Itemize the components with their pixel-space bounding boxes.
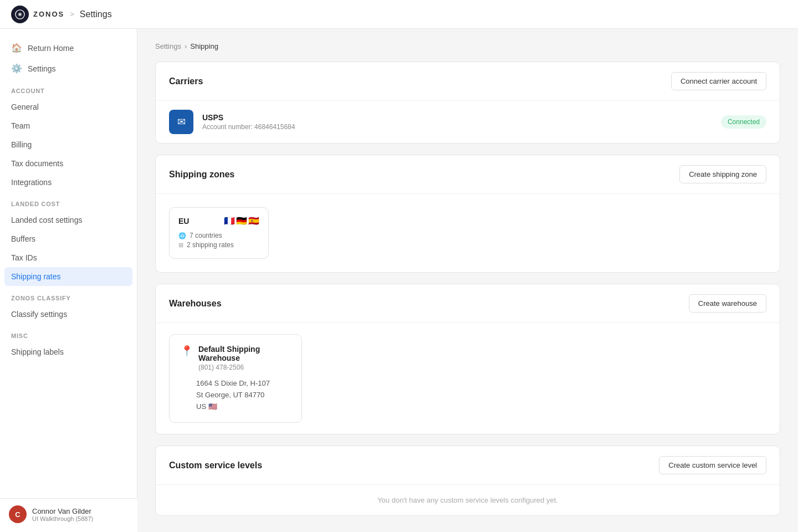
topbar-title: Settings xyxy=(80,9,112,19)
flag-2: 🇩🇪 xyxy=(236,216,247,226)
sidebar-label-integrations: Integrations xyxy=(11,178,52,187)
sidebar-item-billing[interactable]: Billing xyxy=(0,135,137,154)
carrier-name: USPS xyxy=(202,113,712,122)
shipping-zones-card: Shipping zones Create shipping zone EU 🇫… xyxy=(155,155,780,273)
shipping-zones-title: Shipping zones xyxy=(169,170,234,180)
sidebar-item-buffers[interactable]: Buffers xyxy=(0,229,137,248)
sidebar-user: C Connor Van Gilder UI Walkthrough (5887… xyxy=(0,498,137,532)
carriers-card-header: Carriers Connect carrier account xyxy=(156,62,780,101)
sidebar-item-integrations[interactable]: Integrations xyxy=(0,173,137,192)
warehouse-phone: (801) 478-2506 xyxy=(198,364,290,371)
shipping-zones-body: EU 🇫🇷 🇩🇪 🇪🇸 🌐 7 countries ⊞ 2 shi xyxy=(156,194,780,272)
carrier-account: Account number: 46846415684 xyxy=(202,123,712,131)
zone-eu-card[interactable]: EU 🇫🇷 🇩🇪 🇪🇸 🌐 7 countries ⊞ 2 shi xyxy=(169,207,269,259)
sidebar-label-classify-settings: Classify settings xyxy=(11,310,67,319)
sidebar-label-buffers: Buffers xyxy=(11,234,35,243)
custom-service-levels-card: Custom service levels Create custom serv… xyxy=(155,446,780,516)
logo[interactable]: ZONOS xyxy=(11,6,64,23)
breadcrumb-current: Shipping xyxy=(190,42,218,50)
logo-text: ZONOS xyxy=(33,10,64,18)
sidebar-item-shipping-labels[interactable]: Shipping labels xyxy=(0,342,137,361)
address-line2: St George, UT 84770 xyxy=(196,390,290,401)
zone-shipping-rates: ⊞ 2 shipping rates xyxy=(178,241,259,249)
sidebar-label-shipping-rates: Shipping rates xyxy=(11,272,61,281)
pin-icon: 📍 xyxy=(181,345,193,357)
sidebar-label-general: General xyxy=(11,103,39,111)
sidebar-item-settings[interactable]: ⚙️ Settings xyxy=(0,58,137,79)
zone-countries: 🌐 7 countries xyxy=(178,232,259,239)
usps-logo: ✉ xyxy=(169,110,193,134)
custom-service-levels-header: Custom service levels Create custom serv… xyxy=(156,446,780,485)
flag-3: 🇪🇸 xyxy=(248,216,259,226)
user-name: Connor Van Gilder xyxy=(32,507,93,515)
avatar: C xyxy=(9,505,27,523)
user-subtitle: UI Walkthrough (5887) xyxy=(32,515,93,522)
breadcrumb-settings[interactable]: Settings xyxy=(155,42,181,50)
sidebar-item-tax-ids[interactable]: Tax IDs xyxy=(0,248,137,267)
warehouses-title: Warehouses xyxy=(169,299,222,309)
sidebar-label-tax-documents: Tax documents xyxy=(11,159,63,168)
connect-carrier-button[interactable]: Connect carrier account xyxy=(671,72,766,90)
carriers-card: Carriers Connect carrier account ✉ USPS … xyxy=(155,62,780,144)
sidebar: 🏠 Return Home ⚙️ Settings ACCOUNT Genera… xyxy=(0,29,137,532)
sidebar-label-team: Team xyxy=(11,121,30,130)
top-bar: ZONOS > Settings xyxy=(0,0,798,29)
zone-flags: 🇫🇷 🇩🇪 🇪🇸 xyxy=(224,216,259,226)
section-label-classify: ZONOS CLASSIFY xyxy=(0,286,137,305)
main-content: Settings › Shipping Carriers Connect car… xyxy=(137,29,798,532)
logo-icon xyxy=(11,6,29,23)
layout: 🏠 Return Home ⚙️ Settings ACCOUNT Genera… xyxy=(0,0,798,532)
warehouses-body: 📍 Default Shipping Warehouse (801) 478-2… xyxy=(156,323,780,434)
gear-icon: ⚙️ xyxy=(11,63,22,74)
section-label-misc: MISC xyxy=(0,324,137,342)
warehouses-header: Warehouses Create warehouse xyxy=(156,284,780,323)
zone-name: EU xyxy=(178,217,189,226)
globe-icon: 🌐 xyxy=(178,232,186,239)
sidebar-item-return-home[interactable]: 🏠 Return Home xyxy=(0,38,137,58)
carrier-row: ✉ USPS Account number: 46846415684 Conne… xyxy=(156,101,780,143)
carriers-title: Carriers xyxy=(169,76,203,86)
sidebar-label-return-home: Return Home xyxy=(28,44,74,53)
sidebar-item-landed-cost-settings[interactable]: Landed cost settings xyxy=(0,211,137,229)
sidebar-item-team[interactable]: Team xyxy=(0,116,137,135)
rates-icon: ⊞ xyxy=(178,242,183,249)
sidebar-label-landed-cost-settings: Landed cost settings xyxy=(11,216,82,224)
custom-service-levels-title: Custom service levels xyxy=(169,461,262,470)
sidebar-item-general[interactable]: General xyxy=(0,98,137,116)
create-custom-service-level-button[interactable]: Create custom service level xyxy=(659,456,766,474)
shipping-zones-header: Shipping zones Create shipping zone xyxy=(156,155,780,194)
flag-1: 🇫🇷 xyxy=(224,216,235,226)
warehouse-address: 1664 S Dixie Dr, H-107 St George, UT 847… xyxy=(181,378,290,412)
connected-badge: Connected xyxy=(721,115,766,129)
create-warehouse-button[interactable]: Create warehouse xyxy=(689,294,766,313)
breadcrumb-arrow: › xyxy=(185,42,187,50)
address-country: US 🇺🇸 xyxy=(196,401,290,413)
sidebar-label-billing: Billing xyxy=(11,140,32,149)
warehouses-card: Warehouses Create warehouse 📍 Default Sh… xyxy=(155,284,780,434)
breadcrumb: Settings › Shipping xyxy=(155,42,780,50)
section-label-account: ACCOUNT xyxy=(0,79,137,98)
sidebar-item-shipping-rates[interactable]: Shipping rates xyxy=(4,267,132,286)
warehouse-name: Default Shipping Warehouse xyxy=(198,345,290,362)
sidebar-label-tax-ids: Tax IDs xyxy=(11,253,37,262)
home-icon: 🏠 xyxy=(11,43,22,53)
custom-service-levels-empty: You don't have any custom service levels… xyxy=(156,485,780,515)
topbar-sep: > xyxy=(70,10,74,18)
sidebar-item-tax-documents[interactable]: Tax documents xyxy=(0,154,137,173)
warehouse-card-default[interactable]: 📍 Default Shipping Warehouse (801) 478-2… xyxy=(169,334,302,423)
create-shipping-zone-button[interactable]: Create shipping zone xyxy=(679,165,766,183)
svg-point-1 xyxy=(19,13,21,16)
sidebar-label-shipping-labels: Shipping labels xyxy=(11,347,64,356)
address-line1: 1664 S Dixie Dr, H-107 xyxy=(196,378,290,390)
sidebar-item-classify-settings[interactable]: Classify settings xyxy=(0,305,137,324)
section-label-landed-cost: LANDED COST xyxy=(0,192,137,211)
sidebar-label-settings: Settings xyxy=(28,64,56,73)
